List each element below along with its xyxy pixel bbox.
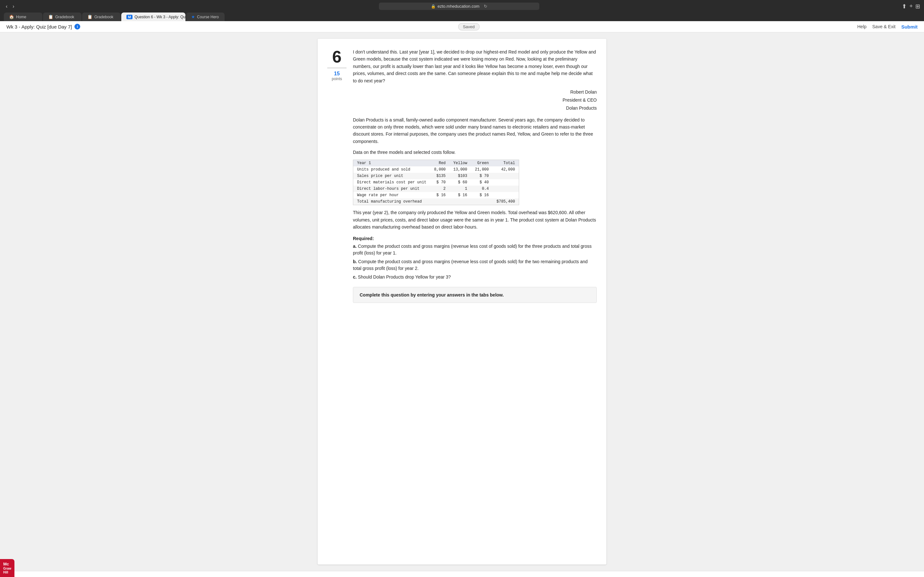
table-row: Wage rate per hour$ 16$ 16$ 16 <box>353 192 519 198</box>
save-exit-button[interactable]: Save & Exit <box>872 24 895 29</box>
back-button[interactable]: ‹ <box>4 3 9 10</box>
table-header-total: Total <box>493 160 519 167</box>
table-cell: $ 40 <box>471 179 493 185</box>
info-icon[interactable]: i <box>74 24 80 29</box>
logo-text-hill: Hill <box>3 571 11 574</box>
table-cell <box>493 185 519 192</box>
browser-toolbar: ‹ › 🔒 ezto.mheducation.com ↻ ⬆ + ⊞ <box>4 3 920 10</box>
table-cell: $ 16 <box>430 192 449 198</box>
required-item-a: a. Compute the product costs and gross m… <box>353 243 597 256</box>
table-row: Units produced and sold8,00013,00021,000… <box>353 166 519 173</box>
nav-buttons: ‹ › <box>4 3 16 10</box>
table-cell: 2 <box>430 185 449 192</box>
table-cell: 42,000 <box>493 166 519 173</box>
share-icon[interactable]: ⬆ <box>902 3 907 10</box>
url-text: ezto.mheducation.com <box>438 4 480 9</box>
signature-company: Dolan Products <box>353 104 597 112</box>
required-label: Required: <box>353 236 374 241</box>
quiz-title: Wk 3 - Apply: Quiz [due Day 7] <box>6 24 72 29</box>
coursehero-tab-icon: ★ <box>191 15 195 19</box>
lock-icon: 🔒 <box>431 4 436 9</box>
question-number-col: 6 15 points <box>327 48 347 303</box>
question-body-text: I don't understand this. Last year [year… <box>353 48 597 84</box>
table-cell <box>493 179 519 185</box>
ceo-signature: Robert Dolan President & CEO Dolan Produ… <box>353 88 597 113</box>
table-row: Direct materials cost per unit$ 70$ 60$ … <box>353 179 519 185</box>
table-cell: $103 <box>449 173 471 179</box>
tab-question6-label: Question 6 - Wk 3 - Apply: Quiz [due Da.… <box>134 15 186 19</box>
table-cell <box>449 198 471 205</box>
reload-icon[interactable]: ↻ <box>484 4 487 9</box>
table-cell: Sales price per unit <box>353 173 431 179</box>
table-header-green: Green <box>471 160 493 167</box>
tab-question6[interactable]: M Question 6 - Wk 3 - Apply: Quiz [due D… <box>121 13 186 21</box>
table-cell: 13,000 <box>449 166 471 173</box>
description-1: Dolan Products is a small, family-owned … <box>353 116 597 145</box>
browser-chrome: ‹ › 🔒 ezto.mheducation.com ↻ ⬆ + ⊞ 🏠 Hom… <box>0 0 924 21</box>
tab-gradebook1-label: Gradebook <box>55 15 74 19</box>
gradebook2-tab-icon: 📋 <box>87 15 92 19</box>
table-cell: 1 <box>449 185 471 192</box>
question-content: I don't understand this. Last year [year… <box>353 48 597 303</box>
table-cell: Units produced and sold <box>353 166 431 173</box>
grid-icon[interactable]: ⊞ <box>915 3 920 10</box>
table-cell <box>493 173 519 179</box>
table-cell <box>471 198 493 205</box>
required-section: Required: a. Compute the product costs a… <box>353 236 597 280</box>
table-cell: Wage rate per hour <box>353 192 431 198</box>
table-cell: $135 <box>430 173 449 179</box>
description-2: Data on the three models and selected co… <box>353 149 597 156</box>
table-cell: 0.4 <box>471 185 493 192</box>
tab-home[interactable]: 🏠 Home <box>4 13 42 21</box>
submit-button[interactable]: Submit <box>901 24 918 29</box>
main-content: 6 15 points I don't understand this. Las… <box>0 32 924 571</box>
question-divider <box>327 68 347 68</box>
table-cell: Direct materials cost per unit <box>353 179 431 185</box>
footer-nav: ‹ Prev 6 of 6 ⊞ Next › <box>0 571 924 577</box>
table-row: Total manufacturing overhead$785,400 <box>353 198 519 205</box>
table-cell: 21,000 <box>471 166 493 173</box>
saved-badge-container: Saved <box>458 24 480 29</box>
table-header-red: Red <box>430 160 449 167</box>
add-tab-icon[interactable]: + <box>909 3 913 10</box>
next-button[interactable]: Next › <box>480 575 501 577</box>
table-cell <box>430 198 449 205</box>
table-cell: 8,000 <box>430 166 449 173</box>
description-3: This year (year 2), the company only pro… <box>353 209 597 230</box>
address-bar[interactable]: 🔒 ezto.mheducation.com ↻ <box>379 3 540 10</box>
complete-text: Complete this question by entering your … <box>360 292 504 298</box>
app-header: Wk 3 - Apply: Quiz [due Day 7] i Saved H… <box>0 21 924 32</box>
saved-badge: Saved <box>458 23 480 31</box>
required-c-text: Should Dolan Products drop Yellow for ye… <box>358 274 451 279</box>
browser-actions: ⬆ + ⊞ <box>902 3 920 10</box>
tab-gradebook-2[interactable]: 📋 Gradebook <box>82 13 121 21</box>
question-number: 6 <box>333 48 342 65</box>
tab-home-label: Home <box>16 15 26 19</box>
prev-button[interactable]: ‹ Prev <box>423 575 444 577</box>
content-wrapper: 6 15 points I don't understand this. Las… <box>318 39 606 564</box>
data-table: Year 1 Red Yellow Green Total Units prod… <box>353 160 519 205</box>
gradebook1-tab-icon: 📋 <box>48 15 53 19</box>
required-b-text: Compute the product costs and gross marg… <box>353 259 588 271</box>
logo-text-mc: Mc <box>3 562 11 567</box>
app-header-left: Wk 3 - Apply: Quiz [due Day 7] i <box>6 24 80 29</box>
req-letter-b: b. <box>353 259 357 264</box>
table-header-yellow: Yellow <box>449 160 471 167</box>
table-cell: $ 70 <box>430 179 449 185</box>
logo-text-graw: Graw <box>3 567 11 571</box>
tab-coursehero-label: Course Hero <box>197 15 219 19</box>
req-letter-a: a. <box>353 243 357 249</box>
table-cell: $ 16 <box>449 192 471 198</box>
signature-title: President & CEO <box>353 96 597 104</box>
help-button[interactable]: Help <box>857 24 867 29</box>
tab-coursehero[interactable]: ★ Course Hero <box>186 13 225 21</box>
tab-gradebook-1[interactable]: 📋 Gradebook <box>43 13 81 21</box>
table-cell: $785,400 <box>493 198 519 205</box>
mcgraw-hill-logo: Mc Graw Hill <box>0 559 15 577</box>
req-letter-c: c. <box>353 274 357 279</box>
table-row: Direct labor-hours per unit210.4 <box>353 185 519 192</box>
table-cell: $ 60 <box>449 179 471 185</box>
table-header-year: Year 1 <box>353 160 431 167</box>
forward-button[interactable]: › <box>11 3 16 10</box>
signature-name: Robert Dolan <box>353 88 597 96</box>
